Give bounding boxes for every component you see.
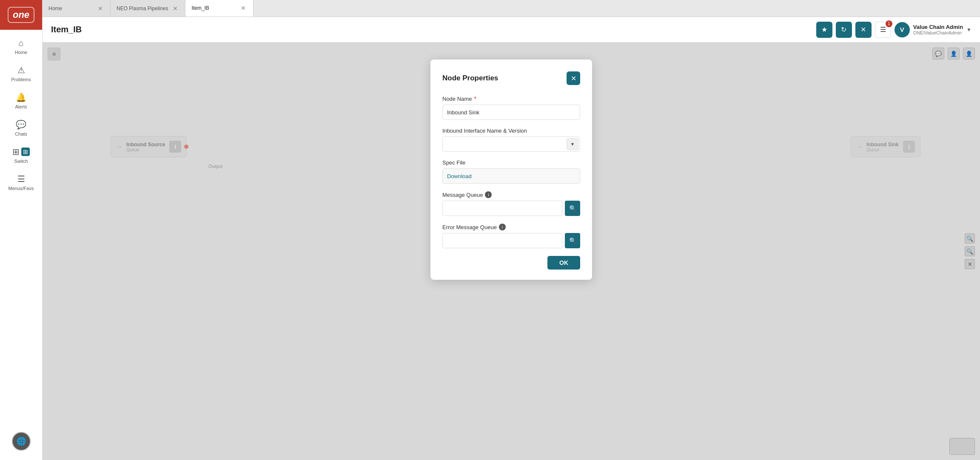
- tab-item-ib-close[interactable]: ✕: [239, 4, 247, 12]
- tab-neo-plasma[interactable]: NEO Plasma Pipelines ✕: [111, 0, 185, 17]
- sidebar-label-alerts: Alerts: [15, 104, 27, 109]
- user-name: Value Chain Admin: [913, 24, 963, 30]
- message-queue-input[interactable]: [442, 201, 562, 216]
- canvas-area: ≡ 💬 👤 👤 🔍 🔍 ✕ → Inbound Source Queue ℹ O…: [43, 43, 980, 460]
- user-avatar-bottom[interactable]: 🌐: [12, 432, 31, 451]
- message-queue-label: Message Queue i: [442, 191, 580, 198]
- tab-neo-label: NEO Plasma Pipelines: [117, 6, 168, 11]
- node-properties-modal: Node Properties ✕ Node Name *: [430, 60, 592, 280]
- refresh-button[interactable]: ↻: [836, 22, 852, 38]
- menu-button[interactable]: ☰ 1: [875, 22, 891, 38]
- spec-file-download[interactable]: Download: [442, 168, 580, 184]
- form-group-node-name: Node Name *: [442, 95, 580, 120]
- switch-badge-icon: ⊞: [21, 148, 30, 156]
- form-group-inbound-interface: Inbound Interface Name & Version ▼: [442, 128, 580, 152]
- sidebar-item-switch[interactable]: ⊞ ⊞ Switch: [0, 142, 42, 169]
- close-button[interactable]: ✕: [855, 22, 872, 38]
- node-name-label-text: Node Name: [442, 96, 472, 102]
- sidebar-item-chats[interactable]: 💬 Chats: [0, 114, 42, 142]
- star-button[interactable]: ★: [816, 22, 832, 38]
- tab-neo-close[interactable]: ✕: [171, 5, 179, 12]
- sidebar-label-switch: Switch: [14, 159, 28, 164]
- sidebar-label-home: Home: [15, 50, 27, 55]
- avatar-letter: V: [900, 26, 904, 33]
- sidebar-item-menus-favs[interactable]: ☰ Menus/Favs: [0, 169, 42, 196]
- inbound-interface-input[interactable]: [442, 136, 580, 152]
- user-info: Value Chain Admin ONEIValueChainAdmin: [913, 24, 963, 35]
- error-queue-input[interactable]: [442, 233, 562, 248]
- menus-icon: ☰: [17, 174, 25, 184]
- node-name-label: Node Name *: [442, 95, 580, 102]
- tab-item-ib[interactable]: Item_IB ✕: [185, 0, 254, 17]
- error-queue-input-group: 🔍: [442, 233, 580, 248]
- error-search-icon: 🔍: [569, 237, 576, 244]
- modal-header: Node Properties ✕: [442, 71, 580, 85]
- inbound-interface-input-group: ▼: [442, 136, 580, 152]
- modal-close-button[interactable]: ✕: [567, 71, 580, 85]
- problems-icon: ⚠: [17, 65, 25, 75]
- message-queue-info-icon: i: [485, 191, 492, 198]
- message-queue-label-text: Message Queue: [442, 192, 483, 198]
- inbound-interface-dropdown-button[interactable]: ▼: [567, 138, 578, 150]
- form-group-error-message-queue: Error Message Queue i 🔍: [442, 224, 580, 248]
- error-queue-search-button[interactable]: 🔍: [565, 233, 580, 248]
- sidebar-nav: ⌂ Home ⚠ Problems 🔔 Alerts 💬 Chats ⊞ ⊞ S…: [0, 30, 42, 427]
- required-star: *: [474, 95, 476, 102]
- notification-badge: 1: [886, 20, 892, 27]
- inbound-interface-select-wrapper: ▼: [442, 136, 580, 152]
- user-chevron-icon: ▼: [966, 27, 971, 33]
- modal-overlay: Node Properties ✕ Node Name *: [43, 43, 980, 460]
- modal-close-icon: ✕: [571, 74, 576, 82]
- message-queue-search-button[interactable]: 🔍: [565, 201, 580, 216]
- app-logo[interactable]: one: [0, 0, 42, 30]
- sidebar-label-problems: Problems: [11, 77, 31, 82]
- header-actions: ★ ↻ ✕ ☰ 1 V Value Chain Admin ONEIValueC…: [816, 22, 971, 38]
- inbound-interface-label-text: Inbound Interface Name & Version: [442, 128, 527, 134]
- download-link-text: Download: [447, 173, 472, 179]
- ok-button[interactable]: OK: [547, 256, 580, 270]
- modal-footer: OK: [442, 256, 580, 270]
- page-title: Item_IB: [51, 25, 816, 34]
- error-queue-label-text: Error Message Queue: [442, 224, 497, 230]
- sidebar-label-menus: Menus/Favs: [9, 186, 34, 191]
- sidebar-bottom[interactable]: 🌐: [7, 427, 36, 456]
- search-icon: 🔍: [569, 205, 576, 212]
- main-area: Home ✕ NEO Plasma Pipelines ✕ Item_IB ✕ …: [43, 0, 980, 460]
- error-queue-info-icon: i: [499, 224, 506, 230]
- sidebar-item-problems[interactable]: ⚠ Problems: [0, 60, 42, 87]
- home-icon: ⌂: [18, 38, 23, 48]
- page-header: Item_IB ★ ↻ ✕ ☰ 1 V Value Chain Admin ON…: [43, 17, 980, 43]
- form-group-message-queue: Message Queue i 🔍: [442, 191, 580, 216]
- user-avatar: V: [895, 22, 910, 37]
- modal-title: Node Properties: [442, 74, 498, 82]
- tab-bar: Home ✕ NEO Plasma Pipelines ✕ Item_IB ✕: [43, 0, 980, 17]
- sidebar-item-alerts[interactable]: 🔔 Alerts: [0, 87, 42, 114]
- chats-icon: 💬: [16, 119, 26, 130]
- user-username: ONEIValueChainAdmin: [913, 30, 963, 35]
- form-group-spec-file: Spec File Download: [442, 159, 580, 184]
- switch-icons-group: ⊞ ⊞: [12, 147, 30, 157]
- tab-home[interactable]: Home ✕: [43, 0, 111, 17]
- spec-file-label: Spec File: [442, 159, 580, 166]
- switch-icon: ⊞: [12, 147, 20, 157]
- message-queue-input-group: 🔍: [442, 201, 580, 216]
- error-queue-label: Error Message Queue i: [442, 224, 580, 230]
- user-menu[interactable]: V Value Chain Admin ONEIValueChainAdmin …: [895, 22, 971, 37]
- sidebar-item-home[interactable]: ⌂ Home: [0, 33, 42, 60]
- tab-item-ib-label: Item_IB: [191, 5, 209, 11]
- spec-file-label-text: Spec File: [442, 159, 465, 166]
- node-name-input[interactable]: [442, 105, 580, 120]
- logo-text: one: [8, 7, 34, 23]
- sidebar: one ⌂ Home ⚠ Problems 🔔 Alerts 💬 Chats ⊞…: [0, 0, 43, 460]
- inbound-interface-label: Inbound Interface Name & Version: [442, 128, 580, 134]
- avatar-icon: 🌐: [17, 437, 26, 446]
- alerts-icon: 🔔: [16, 92, 26, 102]
- sidebar-label-chats: Chats: [15, 131, 27, 136]
- tab-home-close[interactable]: ✕: [97, 5, 104, 12]
- tab-home-label: Home: [48, 6, 62, 11]
